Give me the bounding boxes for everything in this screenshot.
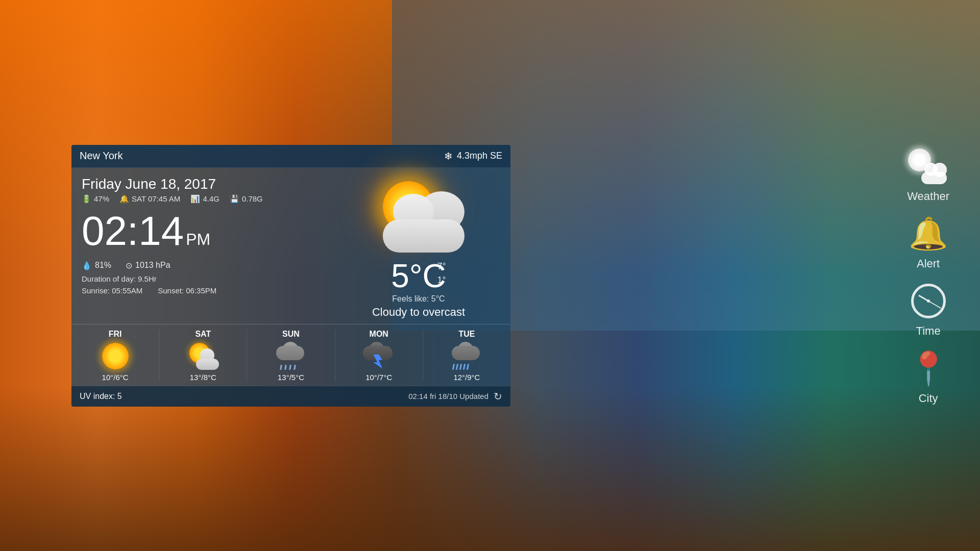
- battery-icon: 🔋: [82, 194, 91, 204]
- forecast-tue-temp: 12°/9°C: [453, 373, 480, 382]
- clock-icon: [911, 284, 946, 318]
- storage-value: 0.78G: [242, 194, 263, 203]
- sunny-icon: [102, 343, 129, 369]
- pressure-value: 1013 hPa: [135, 261, 170, 270]
- forecast-tue-label: TUE: [458, 330, 475, 339]
- battery-info: 🔋 47%: [82, 194, 109, 204]
- sidebar-item-time[interactable]: Time: [908, 281, 949, 338]
- duration: Duration of day: 9.5Hr: [82, 274, 332, 283]
- refresh-icon[interactable]: ↻: [494, 390, 502, 403]
- main-container: New York ❄ 4.3mph SE Friday June 18, 201…: [0, 0, 980, 551]
- wind-info: ❄ 4.3mph SE: [444, 150, 502, 162]
- ram-icon: 📊: [190, 194, 200, 204]
- forecast-bar: FRI 10°/6°C SAT 13°/8°C: [71, 324, 510, 386]
- wind-icon: ❄: [444, 150, 453, 162]
- ram-info: 📊 4.4G: [190, 194, 219, 204]
- wind-speed: 4.3mph SE: [457, 151, 502, 161]
- sidebar-time-icon-wrapper: [908, 281, 949, 321]
- sun-line: Sunrise: 05:55AM Sunset: 06:35PM: [82, 286, 332, 295]
- forecast-mon-temp: 10°/7°C: [365, 373, 392, 382]
- forecast-sat-icon: [185, 342, 221, 370]
- forecast-sat-temp: 13°/8°C: [190, 373, 216, 382]
- partly-cloud: [193, 354, 221, 370]
- forecast-fri-icon: [97, 342, 133, 370]
- forecast-mon-icon: [361, 342, 397, 370]
- humidity-pressure: 💧 81% ⊙ 1013 hPa: [82, 261, 332, 270]
- sidebar: Weather 🔔 Alert Time 📍: [907, 146, 949, 405]
- sb-cloud: [918, 166, 949, 184]
- forecast-sat: SAT 13°/8°C: [159, 330, 247, 382]
- forecast-fri-label: FRI: [109, 330, 122, 339]
- sidebar-item-alert[interactable]: 🔔 Alert: [908, 213, 949, 270]
- forecast-fri: FRI 10°/6°C: [71, 330, 159, 382]
- forecast-sun: SUN 13°/5°C: [247, 330, 335, 382]
- forecast-tue-icon: [449, 342, 484, 370]
- forecast-sat-label: SAT: [195, 330, 211, 339]
- ram-value: 4.4G: [203, 194, 219, 203]
- cloud-body: [383, 219, 464, 253]
- time-display: 02:14 PM: [82, 211, 332, 252]
- alarm-icon: 🔔: [119, 194, 129, 204]
- sidebar-city-label: City: [919, 392, 938, 405]
- humidity-item: 💧 81%: [82, 261, 111, 270]
- humidity-icon: 💧: [82, 261, 92, 270]
- widget-footer: UV index: 5 02:14 fri 18/10 Updated ↻: [71, 386, 510, 407]
- sidebar-alert-label: Alert: [917, 257, 940, 270]
- city-name: New York: [80, 150, 123, 162]
- forecast-sun-icon: [273, 342, 309, 370]
- sidebar-item-weather[interactable]: Weather: [907, 146, 949, 203]
- sunrise: Sunrise: 05:55AM: [82, 286, 142, 295]
- weather-widget: New York ❄ 4.3mph SE Friday June 18, 201…: [71, 145, 510, 407]
- alarm-info: 🔔 SAT 07:45 AM: [119, 194, 180, 204]
- status-row: 🔋 47% 🔔 SAT 07:45 AM 📊 4.4G 💾 0.78G: [82, 194, 332, 204]
- pressure-icon: ⊙: [126, 261, 132, 270]
- widget-right: 5°C 7° 1° Feels like: 5°C Cloudy to over…: [337, 176, 500, 319]
- clock-center: [927, 299, 930, 303]
- temperature-section: 5°C 7° 1°: [391, 260, 446, 292]
- bell-icon: 🔔: [909, 218, 948, 249]
- widget-main: Friday June 18, 2017 🔋 47% 🔔 SAT 07:45 A…: [71, 168, 510, 324]
- storage-icon: 💾: [230, 194, 239, 204]
- pressure-item: ⊙ 1013 hPa: [126, 261, 170, 270]
- sidebar-time-label: Time: [916, 324, 941, 338]
- sidebar-weather-icon-wrapper: [908, 146, 949, 187]
- sidebar-item-city[interactable]: 📍 City: [908, 348, 949, 405]
- forecast-sun-temp: 13°/5°C: [278, 373, 304, 382]
- temp-range: 7° 1°: [437, 260, 446, 287]
- uv-index: UV index: 5: [80, 392, 122, 401]
- sunset: Sunset: 06:35PM: [158, 286, 216, 295]
- cloud-graphic: [373, 196, 475, 253]
- battery-value: 47%: [94, 194, 109, 203]
- forecast-mon: MON 10°/7°C: [335, 330, 423, 382]
- humidity-value: 81%: [95, 261, 111, 270]
- temp-low: 1°: [437, 273, 446, 287]
- storage-info: 💾 0.78G: [230, 194, 263, 204]
- main-weather-icon: [362, 176, 475, 258]
- date-display: Friday June 18, 2017: [82, 176, 332, 192]
- alarm-value: SAT 07:45 AM: [132, 194, 180, 203]
- forecast-tue: TUE 12°/9°C: [423, 330, 510, 382]
- widget-header: New York ❄ 4.3mph SE: [71, 145, 510, 168]
- sidebar-weather-label: Weather: [907, 190, 949, 203]
- location-pin-icon: 📍: [908, 352, 949, 385]
- update-info: 02:14 fri 18/10 Updated ↻: [408, 390, 502, 403]
- sidebar-alert-icon-wrapper: 🔔: [908, 213, 949, 254]
- sidebar-weather-icon: [908, 148, 949, 184]
- forecast-mon-label: MON: [370, 330, 388, 339]
- sidebar-city-icon-wrapper: 📍: [908, 348, 949, 389]
- time-value: 02:14: [82, 211, 184, 252]
- update-time: 02:14 fri 18/10 Updated: [408, 392, 488, 400]
- temp-high: 7°: [437, 260, 446, 273]
- forecast-fri-temp: 10°/6°C: [102, 373, 129, 382]
- widget-left: Friday June 18, 2017 🔋 47% 🔔 SAT 07:45 A…: [82, 176, 332, 319]
- feels-like: Feels like: 5°C: [392, 294, 445, 304]
- condition: Cloudy to overcast: [372, 306, 465, 319]
- forecast-sun-label: SUN: [282, 330, 300, 339]
- time-ampm: PM: [186, 231, 210, 247]
- clock-minute-hand: [928, 300, 941, 309]
